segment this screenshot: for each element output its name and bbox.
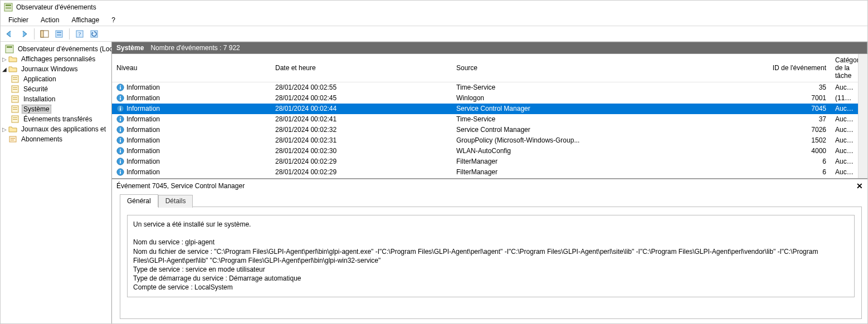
info-icon — [116, 136, 124, 144]
tree-app-services-logs[interactable]: ▷ Journaux des applications et — [1, 124, 111, 134]
level-text: Information — [126, 94, 160, 102]
detail-header: Événement 7045, Service Control Manager … — [112, 179, 867, 194]
log-icon — [11, 95, 19, 104]
svg-rect-9 — [57, 35, 61, 36]
cell-source: FilterManager — [452, 156, 697, 167]
tree-label: Application — [22, 75, 58, 83]
content-area: Système Nombre d'événements : 7 922 Nive… — [112, 42, 867, 323]
tree-root[interactable]: ▶ Observateur d'événements (Loca — [1, 44, 111, 54]
col-event-id[interactable]: ID de l'événement — [697, 54, 831, 82]
info-icon — [116, 94, 124, 102]
table-row[interactable]: Information28/01/2024 00:02:45Winlogon70… — [112, 93, 858, 104]
table-row[interactable]: Information28/01/2024 00:02:41Time-Servi… — [112, 114, 858, 125]
refresh-button[interactable] — [87, 27, 101, 41]
vertical-scrollbar[interactable] — [858, 54, 867, 178]
level-text: Information — [126, 126, 160, 134]
col-level[interactable]: Niveau — [112, 54, 271, 82]
show-hide-tree-button[interactable] — [38, 27, 51, 41]
table-row[interactable]: Information28/01/2024 00:02:55Time-Servi… — [112, 82, 858, 93]
tree-windows-logs[interactable]: ◢ Journaux Windows — [1, 64, 111, 74]
svg-rect-58 — [120, 171, 121, 174]
cell-datetime: 28/01/2024 00:02:44 — [271, 104, 452, 114]
info-icon — [116, 147, 124, 155]
cell-event-id: 6 — [697, 178, 831, 179]
table-row[interactable]: Information28/01/2024 00:02:30WLAN-AutoC… — [112, 146, 858, 156]
col-datetime[interactable]: Date et heure — [271, 54, 452, 82]
tree-forwarded[interactable]: ▷ Événements transférés — [1, 114, 111, 124]
table-row[interactable]: Information28/01/2024 00:02:32Service Co… — [112, 125, 858, 135]
tree-application[interactable]: ▷ Application — [1, 74, 111, 84]
cell-source: GroupPolicy (Microsoft-Windows-Group... — [452, 135, 697, 146]
tab-details[interactable]: Détails — [158, 195, 193, 208]
tree-label: Installation — [22, 95, 57, 103]
table-row[interactable]: Information28/01/2024 00:02:44Service Co… — [112, 104, 858, 114]
event-list-wrap: Niveau Date et heure Source ID de l'évén… — [112, 54, 867, 179]
cell-task: (1101) — [831, 93, 858, 104]
level-text: Information — [126, 84, 160, 91]
svg-rect-19 — [13, 87, 17, 88]
cell-task: Aucun — [831, 104, 858, 114]
cell-datetime: 28/01/2024 00:02:31 — [271, 135, 452, 146]
event-list[interactable]: Niveau Date et heure Source ID de l'évén… — [112, 54, 858, 178]
table-row[interactable]: Information28/01/2024 00:02:31GroupPolic… — [112, 135, 858, 146]
info-icon — [116, 126, 124, 134]
table-row[interactable]: Information28/01/2024 00:02:29FilterMana… — [112, 156, 858, 167]
svg-rect-53 — [120, 149, 121, 150]
log-icon — [11, 115, 19, 124]
table-row[interactable]: Information28/01/2024 00:02:29FilterMana… — [112, 178, 858, 179]
tree-custom-views[interactable]: ▷ Affichages personnalisés — [1, 54, 111, 64]
tree-subscriptions[interactable]: ▷ Abonnements — [1, 134, 111, 144]
navigation-tree[interactable]: ▶ Observateur d'événements (Loca ▷ Affic… — [1, 42, 112, 323]
tab-general[interactable]: Général — [120, 194, 158, 207]
cell-source: Winlogon — [452, 93, 697, 104]
svg-rect-14 — [7, 46, 12, 48]
menu-action[interactable]: Action — [35, 15, 65, 25]
svg-rect-16 — [13, 77, 17, 78]
nav-forward-button[interactable] — [17, 27, 31, 41]
svg-rect-32 — [11, 140, 14, 140]
svg-rect-40 — [120, 108, 121, 110]
svg-rect-20 — [13, 89, 17, 90]
cell-task: Aucun — [831, 125, 858, 135]
col-source[interactable]: Source — [452, 54, 697, 82]
table-row[interactable]: Information28/01/2024 00:02:29FilterMana… — [112, 167, 858, 178]
menu-help[interactable]: ? — [106, 15, 121, 25]
cell-source: Time-Service — [452, 82, 697, 93]
tree-installation[interactable]: ▷ Installation — [1, 94, 111, 104]
event-message: Un service a été installé sur le système… — [127, 215, 855, 297]
cell-source: Time-Service — [452, 114, 697, 125]
log-icon — [11, 85, 19, 94]
properties-button[interactable] — [52, 27, 66, 41]
tree-security[interactable]: ▷ Sécurité — [1, 84, 111, 94]
nav-back-button[interactable] — [3, 27, 16, 41]
cell-datetime: 28/01/2024 00:02:29 — [271, 156, 452, 167]
level-text: Information — [126, 115, 160, 123]
menu-bar: Fichier Action Affichage ? — [1, 14, 867, 26]
tree-system[interactable]: ▷ Système — [1, 104, 111, 114]
expand-icon[interactable]: ▷ — [1, 126, 8, 132]
cell-event-id: 6 — [697, 167, 831, 178]
tree-label: Événements transférés — [22, 115, 94, 123]
svg-rect-46 — [120, 129, 121, 131]
col-task[interactable]: Catégorie de la tâche — [831, 54, 858, 82]
cell-level: Information — [112, 104, 271, 114]
menu-file[interactable]: Fichier — [3, 15, 34, 25]
cell-source: Service Control Manager — [452, 125, 697, 135]
column-headers[interactable]: Niveau Date et heure Source ID de l'évén… — [112, 54, 858, 82]
help-button[interactable]: ? — [73, 27, 86, 41]
menu-view[interactable]: Affichage — [66, 15, 105, 25]
cell-datetime: 28/01/2024 00:02:45 — [271, 93, 452, 104]
folder-icon — [8, 125, 17, 134]
close-detail-button[interactable]: ✕ — [856, 181, 863, 190]
expand-icon[interactable]: ▷ — [1, 56, 8, 62]
svg-rect-30 — [9, 136, 16, 142]
collapse-icon[interactable]: ◢ — [1, 66, 8, 72]
svg-rect-55 — [120, 161, 121, 163]
svg-rect-17 — [13, 79, 17, 80]
tree-label: Abonnements — [19, 135, 64, 143]
svg-rect-2 — [6, 7, 11, 8]
svg-rect-29 — [13, 119, 17, 120]
svg-rect-34 — [120, 87, 121, 89]
svg-rect-22 — [13, 97, 17, 98]
cell-source: Service Control Manager — [452, 104, 697, 114]
